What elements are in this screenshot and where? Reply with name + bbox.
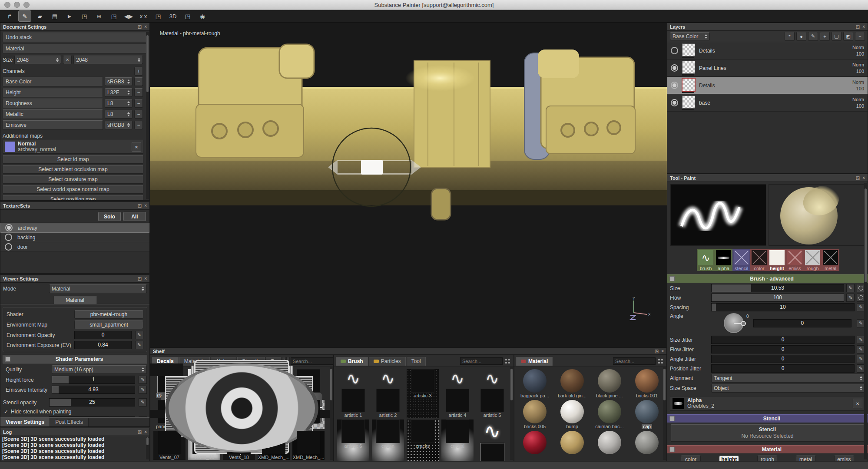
channel-toggle[interactable]: emiss [786, 249, 804, 271]
materials-scrollbar[interactable] [663, 367, 666, 460]
textureset-visibility-radio[interactable] [5, 234, 12, 241]
channel-toggle[interactable]: height [768, 249, 786, 271]
layer-row[interactable]: base Norm100 [667, 94, 868, 112]
layers-header-icon[interactable]: ● [796, 32, 806, 41]
stencil-resource-slot[interactable]: StencilNo Resource Selected [671, 424, 864, 442]
size-width-dropdown[interactable]: 2048 [14, 56, 61, 64]
channel-toggle-swatch[interactable] [823, 250, 838, 265]
textureset-row[interactable]: backing [0, 233, 149, 242]
layer-opacity[interactable]: 100 [856, 69, 864, 74]
select-map-button[interactable]: Select world space normal map [3, 185, 143, 194]
close-panel-icon[interactable]: × [144, 276, 147, 281]
material-item[interactable]: bump [555, 400, 590, 429]
solo-button[interactable]: Solo [98, 212, 121, 221]
close-panel-icon[interactable]: × [144, 429, 147, 434]
channel-name[interactable]: Roughness [3, 99, 103, 108]
layers-header-icon[interactable]: ▢ [832, 32, 841, 41]
viewer-bottom-tab[interactable]: Post Effects [50, 418, 89, 426]
channel-toggle[interactable]: color [750, 249, 768, 271]
material-item[interactable]: caiman bac... [592, 400, 627, 429]
select-map-button[interactable]: Select position map [3, 195, 143, 201]
size-link-button[interactable]: × [63, 56, 72, 64]
toolbar-icon[interactable]: ▰ [34, 11, 46, 21]
channel-toggle[interactable]: brush [697, 249, 715, 271]
layer-thumbnail[interactable] [682, 96, 695, 109]
channel-toggle-swatch[interactable] [734, 250, 749, 265]
brush-item[interactable]: artistic 4 [441, 369, 474, 418]
remove-channel-button[interactable]: − [134, 77, 143, 86]
layers-header-icon[interactable]: ◩ [843, 32, 853, 41]
environment-map-button[interactable]: small_apartment [74, 320, 143, 329]
height-force-slider[interactable]: 1 [52, 376, 135, 384]
toolbar-icon[interactable]: 3D [167, 11, 179, 21]
layer-visibility-toggle[interactable] [671, 47, 678, 54]
param-slider[interactable]: 10 [711, 303, 855, 311]
brushes-scrollbar[interactable] [510, 367, 513, 460]
shelf-tab[interactable]: Material [516, 357, 553, 366]
layer-opacity[interactable]: 100 [856, 103, 864, 109]
pen-icon[interactable]: ✎ [846, 284, 855, 292]
layer-opacity[interactable]: 100 [856, 51, 864, 56]
clear-normal-map-button[interactable]: × [132, 142, 141, 152]
layer-row[interactable]: Details Norm100 [667, 42, 868, 59]
layer-thumbnail[interactable] [682, 78, 695, 91]
emissive-intensity-slider[interactable]: 4.93 [52, 386, 135, 394]
close-panel-icon[interactable]: × [661, 349, 664, 353]
channel-name[interactable]: Height [3, 88, 103, 97]
material-item[interactable] [517, 431, 552, 455]
material-section[interactable]: Material [3, 44, 147, 53]
normal-map-swatch[interactable] [5, 142, 15, 152]
channel-format-dropdown[interactable]: sRGB8 [105, 77, 133, 86]
toolbar-icon[interactable]: ✎ [18, 10, 31, 22]
brush-item[interactable]: default brush [476, 419, 508, 461]
toolbar-icon[interactable]: ↱ [3, 11, 16, 21]
clear-alpha-button[interactable]: × [853, 399, 862, 408]
pen-icon[interactable]: ✎ [846, 294, 855, 302]
layer-channel-filter-dropdown[interactable]: Base Color [670, 32, 710, 40]
layer-row[interactable]: Panel Lines Norm100 [667, 59, 868, 77]
channel-toggle[interactable]: stencil [732, 249, 750, 271]
brush-item[interactable]: artistic 5 [476, 369, 508, 418]
material-section-header[interactable]: Material [667, 445, 868, 453]
channel-toggle-swatch[interactable] [698, 250, 713, 265]
select-map-button[interactable]: Select curvature map [3, 175, 143, 184]
size-space-dropdown[interactable]: Object [711, 384, 865, 393]
material-channel-chip[interactable]: metal [796, 456, 816, 461]
shelf-tab[interactable]: Brush [336, 357, 368, 366]
shader-button[interactable]: pbr-metal-rough [74, 310, 143, 319]
jitter-slider[interactable]: 0 [711, 364, 855, 373]
brush-item[interactable]: artistic 2 [372, 369, 404, 418]
pen-icon[interactable]: ✎ [139, 398, 147, 406]
layer-visibility-toggle[interactable] [671, 64, 678, 72]
toolbar-icon[interactable]: ◉ [196, 11, 209, 21]
toolbar-icon[interactable]: ◳ [78, 11, 90, 21]
brush-item[interactable]: crystal [441, 419, 474, 461]
layer-thumbnail[interactable] [682, 43, 695, 56]
brush-item[interactable]: cotton [372, 419, 404, 461]
remove-channel-button[interactable]: − [134, 110, 143, 119]
pen-icon[interactable]: ✎ [139, 376, 147, 384]
float-panel-icon[interactable]: ◳ [138, 24, 142, 29]
material-item[interactable] [629, 431, 664, 455]
material-item[interactable] [592, 431, 627, 455]
close-panel-icon[interactable]: × [144, 203, 147, 208]
param-slider[interactable]: 100 [711, 294, 844, 302]
angle-slider[interactable]: 0 [753, 319, 851, 327]
layer-row[interactable]: Details Norm100 [667, 77, 868, 94]
remove-channel-button[interactable]: − [134, 99, 143, 108]
layer-thumbnail[interactable] [682, 61, 695, 74]
pen-icon[interactable]: ✎ [139, 386, 147, 394]
add-channel-button[interactable]: + [134, 67, 143, 76]
size-height-dropdown[interactable]: 2048 [73, 56, 143, 64]
channel-toggle-swatch[interactable] [805, 250, 820, 265]
channel-name[interactable]: Base Color [3, 77, 103, 86]
brush-item[interactable]: cracks [407, 419, 439, 461]
channel-toggle[interactable]: rough [804, 249, 822, 271]
select-map-button[interactable]: Select id map [3, 155, 143, 164]
environment-exposure-slider[interactable]: 0.84 [74, 341, 132, 349]
textureset-visibility-radio[interactable] [5, 224, 13, 231]
jitter-slider[interactable]: 0 [711, 355, 855, 363]
layer-blend-mode[interactable]: Norm [852, 97, 864, 102]
material-checkbox[interactable] [669, 447, 675, 452]
hide-stencil-checkbox[interactable]: ✓Hide stencil when painting [4, 409, 146, 415]
